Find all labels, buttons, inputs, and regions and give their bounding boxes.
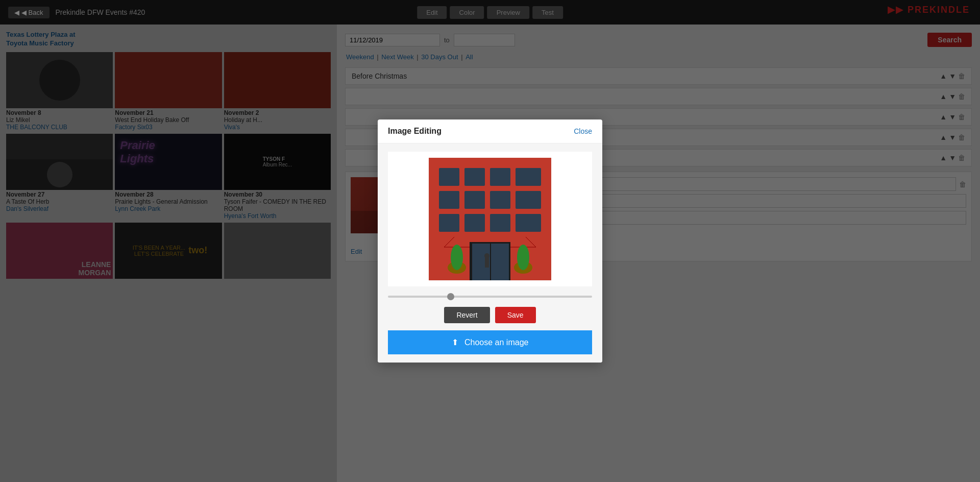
svg-rect-12 <box>490 214 510 232</box>
svg-rect-6 <box>439 191 459 209</box>
modal-close-button[interactable]: Close <box>574 127 592 135</box>
svg-rect-10 <box>439 214 459 232</box>
svg-point-22 <box>517 245 529 270</box>
svg-rect-13 <box>516 214 541 232</box>
upload-icon: ⬆ <box>452 338 458 347</box>
image-slider-row <box>388 294 592 300</box>
svg-rect-8 <box>490 191 510 209</box>
image-preview-container <box>388 152 592 286</box>
modal-action-buttons: Revert Save <box>388 307 592 323</box>
building-svg <box>429 158 551 280</box>
revert-button[interactable]: Revert <box>444 307 489 323</box>
modal-body: Revert Save ⬆ Choose an image <box>378 143 602 363</box>
choose-image-button[interactable]: ⬆ Choose an image <box>388 330 592 354</box>
modal-title: Image Editing <box>388 127 442 136</box>
svg-rect-7 <box>464 191 485 209</box>
modal-image-preview <box>429 158 551 280</box>
image-editing-modal: Image Editing Close <box>378 119 602 363</box>
svg-rect-15 <box>454 235 526 238</box>
svg-rect-18 <box>491 244 509 280</box>
choose-image-label: Choose an image <box>464 338 528 347</box>
modal-overlay: Image Editing Close <box>0 0 980 482</box>
svg-point-24 <box>484 253 489 258</box>
modal-header: Image Editing Close <box>378 119 602 143</box>
image-crop-slider[interactable] <box>388 296 592 298</box>
svg-rect-3 <box>464 168 485 186</box>
svg-rect-11 <box>464 214 485 232</box>
svg-rect-4 <box>490 168 510 186</box>
svg-rect-9 <box>516 191 541 209</box>
save-image-button[interactable]: Save <box>495 307 536 323</box>
svg-rect-5 <box>516 168 541 186</box>
svg-point-20 <box>451 245 463 270</box>
svg-rect-23 <box>485 257 489 268</box>
svg-rect-2 <box>439 168 459 186</box>
